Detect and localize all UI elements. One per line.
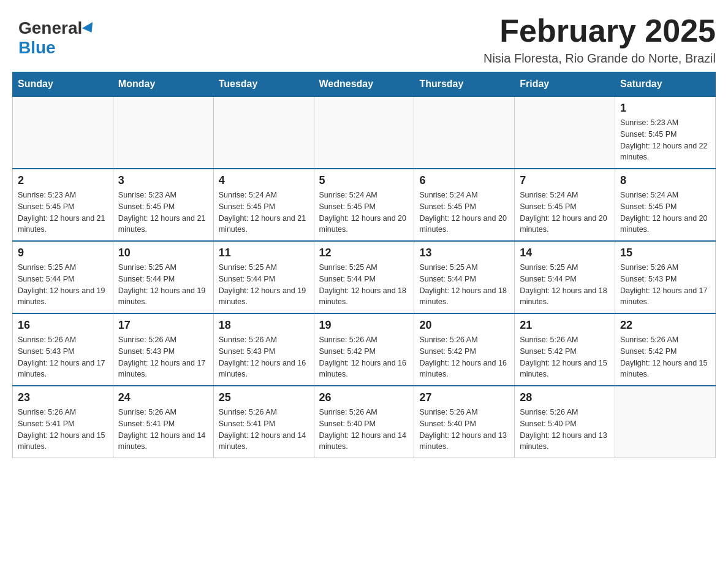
calendar-cell: 11Sunrise: 5:25 AMSunset: 5:44 PMDayligh… [213, 241, 314, 313]
calendar-cell: 22Sunrise: 5:26 AMSunset: 5:42 PMDayligh… [615, 313, 716, 386]
calendar-cell: 14Sunrise: 5:25 AMSunset: 5:44 PMDayligh… [515, 241, 615, 313]
day-info: Sunrise: 5:26 AMSunset: 5:42 PMDaylight:… [419, 334, 509, 380]
day-number: 5 [319, 174, 409, 187]
col-monday: Monday [113, 72, 213, 97]
day-number: 24 [118, 391, 208, 404]
calendar-cell: 6Sunrise: 5:24 AMSunset: 5:45 PMDaylight… [414, 169, 515, 241]
calendar-cell: 1Sunrise: 5:23 AMSunset: 5:45 PMDaylight… [615, 96, 716, 169]
calendar-cell: 13Sunrise: 5:25 AMSunset: 5:44 PMDayligh… [414, 241, 515, 313]
col-friday: Friday [515, 72, 615, 97]
day-info: Sunrise: 5:24 AMSunset: 5:45 PMDaylight:… [419, 190, 509, 236]
day-info: Sunrise: 5:26 AMSunset: 5:42 PMDaylight:… [520, 334, 610, 380]
logo-blue: Blue [18, 38, 56, 57]
calendar-header-row: Sunday Monday Tuesday Wednesday Thursday… [13, 72, 716, 97]
day-info: Sunrise: 5:24 AMSunset: 5:45 PMDaylight:… [319, 190, 409, 236]
calendar-table: Sunday Monday Tuesday Wednesday Thursday… [12, 72, 716, 458]
day-info: Sunrise: 5:26 AMSunset: 5:41 PMDaylight:… [118, 407, 208, 453]
calendar-cell: 21Sunrise: 5:26 AMSunset: 5:42 PMDayligh… [515, 313, 615, 386]
day-number: 10 [118, 247, 208, 259]
day-number: 4 [219, 174, 309, 187]
day-number: 9 [18, 247, 108, 259]
calendar-cell [213, 96, 314, 169]
day-info: Sunrise: 5:26 AMSunset: 5:43 PMDaylight:… [219, 334, 309, 380]
calendar-cell [13, 96, 113, 169]
week-row-3: 9Sunrise: 5:25 AMSunset: 5:44 PMDaylight… [13, 241, 716, 313]
calendar-cell: 3Sunrise: 5:23 AMSunset: 5:45 PMDaylight… [113, 169, 213, 241]
day-number: 3 [118, 174, 208, 187]
calendar-cell [314, 96, 414, 169]
calendar-cell: 18Sunrise: 5:26 AMSunset: 5:43 PMDayligh… [213, 313, 314, 386]
week-row-2: 2Sunrise: 5:23 AMSunset: 5:45 PMDaylight… [13, 169, 716, 241]
logo-general: General [18, 18, 82, 37]
calendar-cell: 5Sunrise: 5:24 AMSunset: 5:45 PMDaylight… [314, 169, 414, 241]
day-info: Sunrise: 5:23 AMSunset: 5:45 PMDaylight:… [118, 190, 208, 236]
day-info: Sunrise: 5:26 AMSunset: 5:41 PMDaylight:… [18, 407, 108, 453]
day-number: 22 [620, 319, 710, 332]
day-info: Sunrise: 5:26 AMSunset: 5:43 PMDaylight:… [620, 262, 710, 308]
calendar-cell: 9Sunrise: 5:25 AMSunset: 5:44 PMDaylight… [13, 241, 113, 313]
day-number: 23 [18, 391, 108, 404]
day-info: Sunrise: 5:24 AMSunset: 5:45 PMDaylight:… [620, 190, 710, 236]
day-info: Sunrise: 5:26 AMSunset: 5:40 PMDaylight:… [520, 407, 610, 453]
day-info: Sunrise: 5:25 AMSunset: 5:44 PMDaylight:… [219, 262, 309, 308]
title-area: February 2025 Nisia Floresta, Rio Grande… [483, 12, 716, 66]
day-info: Sunrise: 5:25 AMSunset: 5:44 PMDaylight:… [118, 262, 208, 308]
day-number: 15 [620, 247, 710, 259]
day-number: 14 [520, 247, 610, 259]
logo-blue-text: Blue [18, 38, 56, 58]
day-number: 13 [419, 247, 509, 259]
day-info: Sunrise: 5:26 AMSunset: 5:43 PMDaylight:… [118, 334, 208, 380]
day-info: Sunrise: 5:23 AMSunset: 5:45 PMDaylight:… [620, 117, 710, 163]
day-info: Sunrise: 5:26 AMSunset: 5:40 PMDaylight:… [319, 407, 409, 453]
location-title: Nisia Floresta, Rio Grande do Norte, Bra… [483, 52, 716, 66]
calendar-cell: 7Sunrise: 5:24 AMSunset: 5:45 PMDaylight… [515, 169, 615, 241]
col-tuesday: Tuesday [213, 72, 314, 97]
day-info: Sunrise: 5:25 AMSunset: 5:44 PMDaylight:… [319, 262, 409, 308]
day-number: 27 [419, 391, 509, 404]
day-number: 7 [520, 174, 610, 187]
calendar-cell: 23Sunrise: 5:26 AMSunset: 5:41 PMDayligh… [13, 386, 113, 458]
col-saturday: Saturday [615, 72, 716, 97]
calendar-cell: 25Sunrise: 5:26 AMSunset: 5:41 PMDayligh… [213, 386, 314, 458]
calendar-cell: 8Sunrise: 5:24 AMSunset: 5:45 PMDaylight… [615, 169, 716, 241]
day-info: Sunrise: 5:26 AMSunset: 5:42 PMDaylight:… [620, 334, 710, 380]
day-info: Sunrise: 5:26 AMSunset: 5:43 PMDaylight:… [18, 334, 108, 380]
calendar-cell [615, 386, 716, 458]
logo: General Blue [12, 12, 102, 64]
day-number: 26 [319, 391, 409, 404]
week-row-4: 16Sunrise: 5:26 AMSunset: 5:43 PMDayligh… [13, 313, 716, 386]
day-info: Sunrise: 5:26 AMSunset: 5:40 PMDaylight:… [419, 407, 509, 453]
day-number: 28 [520, 391, 610, 404]
calendar-cell: 2Sunrise: 5:23 AMSunset: 5:45 PMDaylight… [13, 169, 113, 241]
day-info: Sunrise: 5:26 AMSunset: 5:42 PMDaylight:… [319, 334, 409, 380]
calendar-cell: 24Sunrise: 5:26 AMSunset: 5:41 PMDayligh… [113, 386, 213, 458]
logo-triangle-icon [82, 22, 97, 36]
calendar-cell: 27Sunrise: 5:26 AMSunset: 5:40 PMDayligh… [414, 386, 515, 458]
day-number: 25 [219, 391, 309, 404]
calendar-cell: 16Sunrise: 5:26 AMSunset: 5:43 PMDayligh… [13, 313, 113, 386]
calendar-cell: 12Sunrise: 5:25 AMSunset: 5:44 PMDayligh… [314, 241, 414, 313]
day-number: 21 [520, 319, 610, 332]
day-info: Sunrise: 5:25 AMSunset: 5:44 PMDaylight:… [419, 262, 509, 308]
calendar-cell: 10Sunrise: 5:25 AMSunset: 5:44 PMDayligh… [113, 241, 213, 313]
day-number: 19 [319, 319, 409, 332]
calendar-cell: 28Sunrise: 5:26 AMSunset: 5:40 PMDayligh… [515, 386, 615, 458]
calendar-cell: 19Sunrise: 5:26 AMSunset: 5:42 PMDayligh… [314, 313, 414, 386]
day-info: Sunrise: 5:24 AMSunset: 5:45 PMDaylight:… [520, 190, 610, 236]
day-info: Sunrise: 5:24 AMSunset: 5:45 PMDaylight:… [219, 190, 309, 236]
week-row-1: 1Sunrise: 5:23 AMSunset: 5:45 PMDaylight… [13, 96, 716, 169]
month-title: February 2025 [483, 12, 716, 49]
calendar-cell: 20Sunrise: 5:26 AMSunset: 5:42 PMDayligh… [414, 313, 515, 386]
col-thursday: Thursday [414, 72, 515, 97]
day-number: 2 [18, 174, 108, 187]
calendar-cell [113, 96, 213, 169]
week-row-5: 23Sunrise: 5:26 AMSunset: 5:41 PMDayligh… [13, 386, 716, 458]
calendar-cell: 17Sunrise: 5:26 AMSunset: 5:43 PMDayligh… [113, 313, 213, 386]
day-number: 6 [419, 174, 509, 187]
calendar-cell: 26Sunrise: 5:26 AMSunset: 5:40 PMDayligh… [314, 386, 414, 458]
day-number: 12 [319, 247, 409, 259]
calendar-cell: 15Sunrise: 5:26 AMSunset: 5:43 PMDayligh… [615, 241, 716, 313]
calendar-cell [414, 96, 515, 169]
day-info: Sunrise: 5:25 AMSunset: 5:44 PMDaylight:… [520, 262, 610, 308]
day-number: 16 [18, 319, 108, 332]
